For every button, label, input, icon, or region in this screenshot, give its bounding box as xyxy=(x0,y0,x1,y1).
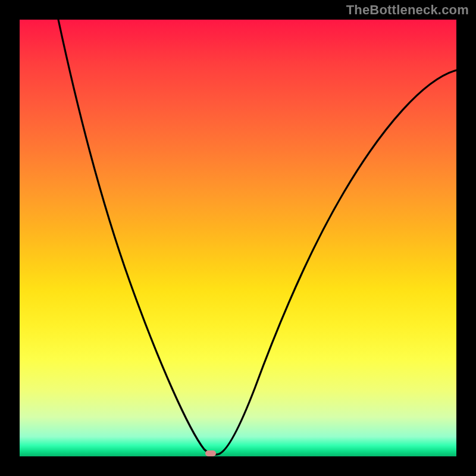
plot-area xyxy=(20,20,456,456)
chart-container: TheBottleneck.com xyxy=(0,0,476,476)
watermark-text: TheBottleneck.com xyxy=(346,2,469,18)
curve-layer xyxy=(20,20,456,456)
optimal-point-marker xyxy=(205,450,216,456)
bottleneck-curve xyxy=(58,20,456,455)
